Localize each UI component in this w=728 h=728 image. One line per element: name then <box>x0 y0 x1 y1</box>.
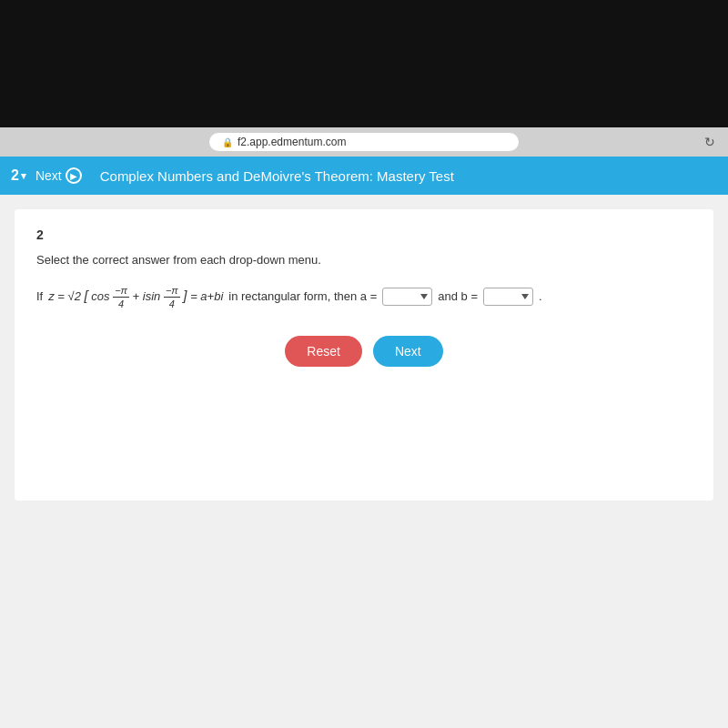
url-text: f2.app.edmentum.com <box>238 136 346 148</box>
nav-next-button[interactable]: Next ▶ <box>35 167 82 184</box>
main-content: 2 Select the correct answer from each dr… <box>0 195 728 728</box>
instruction-text: Select the correct answer from each drop… <box>36 253 692 267</box>
dropdown-a[interactable]: -1 0 1 <box>382 288 432 306</box>
if-label: If <box>36 286 43 307</box>
refresh-button[interactable]: ↻ <box>704 135 715 149</box>
reset-button[interactable]: Reset <box>285 336 362 367</box>
page-title: Complex Numbers and DeMoivre's Theorem: … <box>100 168 454 184</box>
next-circle-icon: ▶ <box>66 167 82 184</box>
nav-number[interactable]: 2 ▾ <box>11 167 26 184</box>
mid-text: in rectangular form, then a = <box>228 286 377 307</box>
formula-display: z = √2 [ cos −π 4 + isin −π 4 ] = a+bi <box>48 283 223 310</box>
chevron-down-icon: ▾ <box>21 170 26 182</box>
action-buttons: Reset Next <box>36 336 692 367</box>
end-text: . <box>539 286 542 307</box>
dropdown-b[interactable]: -1 0 1 <box>483 288 533 306</box>
next-button[interactable]: Next <box>373 336 443 367</box>
question-card: 2 Select the correct answer from each dr… <box>15 209 713 500</box>
math-equation-row: If z = √2 [ cos −π 4 + isin −π 4 ] = a+b… <box>36 283 692 310</box>
question-number-label: 2 <box>36 228 692 242</box>
app-header: 2 ▾ Next ▶ Complex Numbers and DeMoivre'… <box>0 157 728 195</box>
nav-next-label: Next <box>35 168 62 183</box>
lock-icon: 🔒 <box>222 137 233 147</box>
question-number-nav: 2 <box>11 167 19 184</box>
browser-bar: 🔒 f2.app.edmentum.com ↻ <box>0 127 728 157</box>
url-bar[interactable]: 🔒 f2.app.edmentum.com <box>209 133 519 151</box>
and-text: and b = <box>438 286 478 307</box>
